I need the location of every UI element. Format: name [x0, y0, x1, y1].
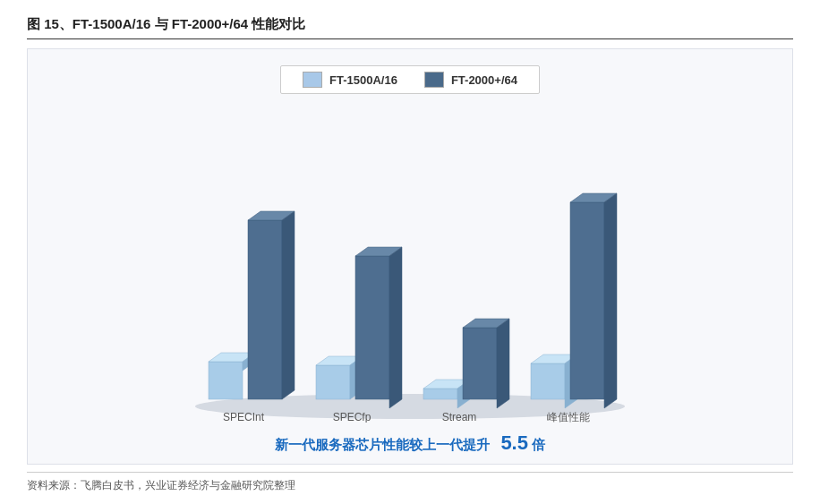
- subtitle-text: 新一代服务器芯片性能较上一代提升: [275, 437, 490, 452]
- legend-color-light: [303, 72, 322, 88]
- chart-area: FT-1500A/16 FT-2000+/64: [27, 48, 793, 465]
- svg-text:峰值性能: 峰值性能: [547, 411, 590, 423]
- svg-text:SPECfp: SPECfp: [333, 411, 372, 423]
- legend-item-2: FT-2000+/64: [424, 72, 517, 88]
- bars-svg-container: SPECInt SPECfp Stream 峰值性能: [55, 110, 765, 423]
- svg-rect-1: [209, 362, 243, 399]
- legend-item-1: FT-1500A/16: [303, 72, 397, 88]
- svg-marker-18: [497, 319, 509, 408]
- svg-rect-4: [248, 220, 282, 399]
- svg-rect-13: [423, 389, 457, 399]
- svg-rect-10: [355, 256, 389, 399]
- chart-title: 图 15、FT-1500A/16 与 FT-2000+/64 性能对比: [27, 16, 305, 33]
- svg-rect-19: [531, 363, 565, 399]
- subtitle-number: 5.5: [500, 431, 528, 454]
- legend-label-1: FT-1500A/16: [329, 73, 397, 87]
- svg-marker-24: [604, 193, 617, 408]
- svg-marker-12: [389, 247, 402, 408]
- legend-color-dark: [424, 72, 444, 88]
- subtitle-unit: 倍: [532, 437, 545, 452]
- svg-text:SPECInt: SPECInt: [223, 411, 265, 423]
- svg-rect-16: [463, 328, 497, 399]
- svg-marker-6: [282, 211, 295, 399]
- svg-text:Stream: Stream: [442, 411, 477, 423]
- subtitle-row: 新一代服务器芯片性能较上一代提升 5.5 倍: [275, 431, 545, 455]
- footer: 资料来源：飞腾白皮书，兴业证券经济与金融研究院整理: [27, 472, 793, 493]
- footer-text: 资料来源：飞腾白皮书，兴业证券经济与金融研究院整理: [27, 479, 295, 491]
- svg-rect-22: [570, 202, 604, 399]
- chart-legend: FT-1500A/16 FT-2000+/64: [280, 65, 540, 94]
- svg-rect-7: [316, 365, 350, 399]
- bar-chart-svg: SPECInt SPECfp Stream 峰值性能: [150, 181, 670, 423]
- page-container: 图 15、FT-1500A/16 与 FT-2000+/64 性能对比 FT-1…: [0, 0, 820, 504]
- title-row: 图 15、FT-1500A/16 与 FT-2000+/64 性能对比: [27, 16, 793, 39]
- legend-label-2: FT-2000+/64: [451, 73, 517, 87]
